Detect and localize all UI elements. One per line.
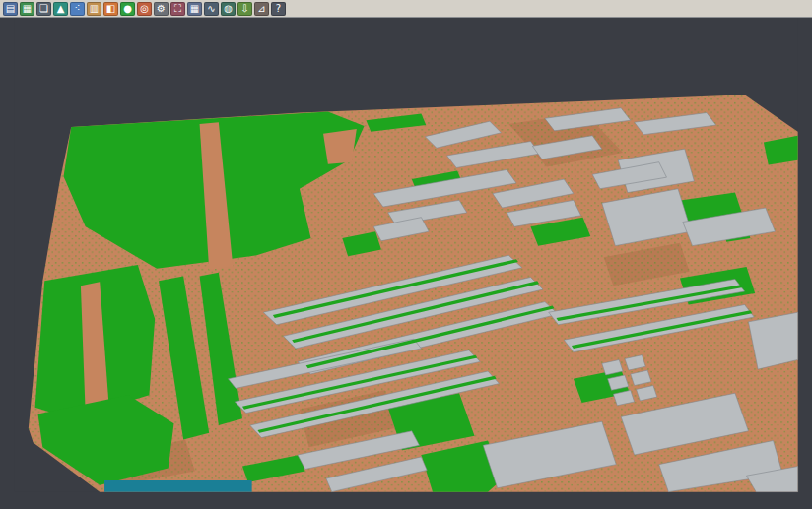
crop-icon[interactable]: ⛶: [170, 2, 185, 16]
save-icon[interactable]: ▦: [20, 2, 34, 16]
terrain-icon[interactable]: ▲: [53, 2, 68, 16]
settings-icon[interactable]: ⚙: [154, 2, 169, 16]
export-icon[interactable]: ⇩: [237, 2, 252, 16]
classify-icon[interactable]: ◧: [103, 2, 118, 16]
palette-icon[interactable]: ▥: [87, 2, 102, 16]
target-icon[interactable]: ◎: [137, 2, 152, 16]
point-cloud-icon[interactable]: ⁖: [70, 2, 85, 16]
help-icon[interactable]: ?: [271, 2, 286, 16]
water-strip: [104, 480, 252, 492]
toolbar: ▤▦❏▲⁖▥◧●◎⚙⛶▦∿◍⇩⊿?: [0, 0, 812, 18]
vegetation-icon[interactable]: ●: [120, 2, 135, 16]
globe-icon[interactable]: ◍: [221, 2, 236, 16]
profile-icon[interactable]: ∿: [204, 2, 219, 16]
grid-icon[interactable]: ▦: [187, 2, 202, 16]
application-window: ▤▦❏▲⁖▥◧●◎⚙⛶▦∿◍⇩⊿?: [0, 0, 812, 509]
layers-icon[interactable]: ❏: [36, 2, 51, 16]
point-cloud-scene[interactable]: [0, 18, 812, 509]
viewport-3d[interactable]: [0, 18, 812, 509]
measure-icon[interactable]: ⊿: [254, 2, 269, 16]
open-icon[interactable]: ▤: [3, 2, 18, 16]
